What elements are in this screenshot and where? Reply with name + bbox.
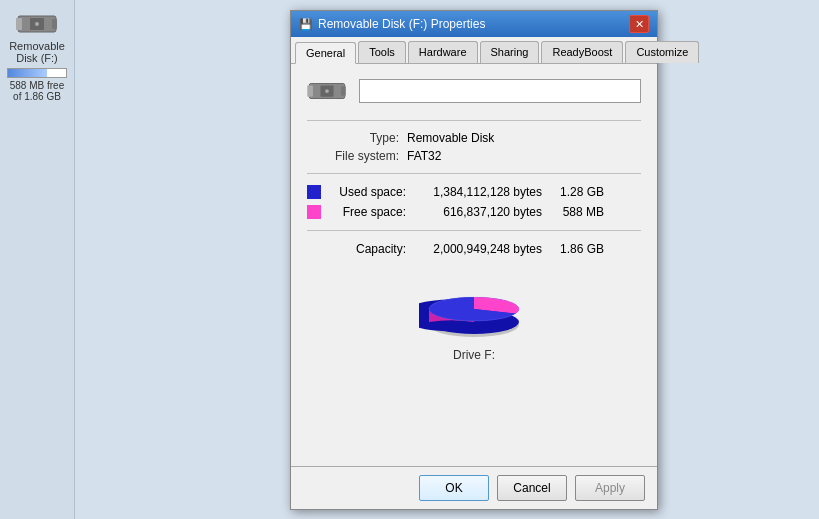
free-space-bytes: 616,837,120 bytes	[414, 205, 554, 219]
fs-row: File system: FAT32	[307, 147, 641, 165]
dialog-title-icon: 💾	[299, 18, 313, 31]
capacity-bytes: 2,000,949,248 bytes	[414, 242, 554, 256]
svg-rect-6	[307, 85, 313, 96]
sidebar-progress-fill	[8, 69, 47, 77]
tab-sharing[interactable]: Sharing	[480, 41, 540, 63]
svg-rect-2	[52, 19, 57, 29]
used-space-label: Used space:	[329, 185, 414, 199]
used-space-gb: 1.28 GB	[554, 185, 604, 199]
dialog-close-button[interactable]: ✕	[629, 15, 649, 33]
ok-button[interactable]: OK	[419, 475, 489, 501]
tab-readyboost[interactable]: ReadyBoost	[541, 41, 623, 63]
desktop: Removable Disk (F:) 588 MB free of 1.86 …	[0, 0, 819, 519]
fs-label: File system:	[307, 149, 407, 163]
pie-chart-area: Drive F:	[307, 267, 641, 362]
divider-2	[307, 173, 641, 174]
usb-drive-icon	[16, 8, 58, 40]
tab-content-general: Type: Removable Disk File system: FAT32 …	[291, 64, 657, 466]
properties-dialog: 💾 Removable Disk (F:) Properties ✕ Gener…	[290, 10, 658, 510]
free-space-label: Free space:	[329, 205, 414, 219]
svg-point-9	[325, 89, 329, 93]
dialog-titlebar: 💾 Removable Disk (F:) Properties ✕	[291, 11, 657, 37]
sidebar-drive-item[interactable]: Removable Disk (F:) 588 MB free of 1.86 …	[0, 0, 74, 110]
divider-1	[307, 120, 641, 121]
drive-header-icon	[307, 76, 347, 106]
cancel-button[interactable]: Cancel	[497, 475, 567, 501]
tabs-bar: General Tools Hardware Sharing ReadyBoos…	[291, 37, 657, 64]
sidebar-free-space: 588 MB free of 1.86 GB	[6, 80, 68, 102]
used-space-color	[307, 185, 321, 199]
fs-value: FAT32	[407, 149, 441, 163]
dialog-title-left: 💾 Removable Disk (F:) Properties	[299, 17, 485, 31]
free-space-gb: 588 MB	[554, 205, 604, 219]
free-space-row: Free space: 616,837,120 bytes 588 MB	[307, 202, 641, 222]
tab-general[interactable]: General	[295, 42, 356, 64]
capacity-label: Capacity:	[307, 242, 414, 256]
free-space-color	[307, 205, 321, 219]
pie-chart	[419, 267, 529, 342]
drive-header	[307, 76, 641, 106]
sidebar-drive-label: Removable Disk (F:)	[6, 40, 68, 64]
divider-3	[307, 230, 641, 231]
tab-customize[interactable]: Customize	[625, 41, 699, 63]
tab-tools[interactable]: Tools	[358, 41, 406, 63]
dialog-title-text: Removable Disk (F:) Properties	[318, 17, 485, 31]
type-label: Type:	[307, 131, 407, 145]
svg-rect-1	[16, 18, 22, 30]
type-value: Removable Disk	[407, 131, 494, 145]
pie-drive-label: Drive F:	[453, 348, 495, 362]
used-space-bytes: 1,384,112,128 bytes	[414, 185, 554, 199]
capacity-row: Capacity: 2,000,949,248 bytes 1.86 GB	[307, 239, 641, 259]
capacity-gb: 1.86 GB	[554, 242, 604, 256]
used-space-row: Used space: 1,384,112,128 bytes 1.28 GB	[307, 182, 641, 202]
dialog-footer: OK Cancel Apply	[291, 466, 657, 509]
type-row: Type: Removable Disk	[307, 129, 641, 147]
apply-button[interactable]: Apply	[575, 475, 645, 501]
sidebar-panel: Removable Disk (F:) 588 MB free of 1.86 …	[0, 0, 75, 519]
drive-name-input[interactable]	[359, 79, 641, 103]
svg-point-4	[35, 22, 39, 26]
tab-hardware[interactable]: Hardware	[408, 41, 478, 63]
svg-rect-7	[341, 86, 346, 95]
sidebar-progress-bar	[7, 68, 67, 78]
